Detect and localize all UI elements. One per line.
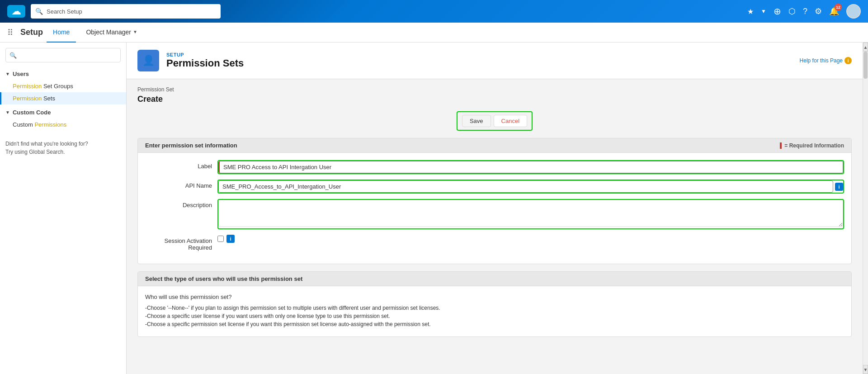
favorites-dropdown-icon[interactable]: ▼ xyxy=(761,8,766,14)
sidebar: 🔍 permission ▼ Users Permission Set Grou… xyxy=(0,43,127,374)
required-legend: = Required Information xyxy=(780,142,844,149)
form-buttons-group: Save Cancel xyxy=(457,111,533,131)
required-bar-icon xyxy=(780,142,782,149)
sidebar-item-permission-sets[interactable]: Permission Sets xyxy=(0,92,126,104)
session-info-icon[interactable]: i xyxy=(226,235,235,243)
section2-header: Select the type of users who will use th… xyxy=(138,272,851,286)
scroll-up-arrow[interactable]: ▲ xyxy=(863,43,868,52)
form-body: Label API Name i xyxy=(138,153,851,264)
help-link-text: Help for this Page xyxy=(800,57,843,64)
avatar-image xyxy=(847,4,860,19)
session-field-label: Session Activation Required xyxy=(145,235,217,251)
sidebar-section-users-header[interactable]: ▼ Users xyxy=(0,68,126,80)
description-field-label: Description xyxy=(145,199,217,208)
list-item: -Choose '--None--' if you plan to assign… xyxy=(145,305,844,311)
label-field-label: Label xyxy=(145,160,217,170)
list-item: -Choose a specific user license if you w… xyxy=(145,313,844,319)
sidebar-search-icon: 🔍 xyxy=(9,52,17,59)
sidebar-section-custom-code: ▼ Custom Code Custom Permissions xyxy=(0,106,126,131)
session-checkbox-row: i xyxy=(217,235,844,243)
setup-label: SETUP xyxy=(166,52,244,57)
chevron-down-icon: ▼ xyxy=(5,110,10,115)
help-link[interactable]: Help for this Page i xyxy=(800,57,852,64)
sidebar-section-users: ▼ Users Permission Set Groups Permission… xyxy=(0,68,126,104)
page-title: Permission Sets xyxy=(166,57,244,69)
form-wrapper: Permission Set Create Save Cancel Enter … xyxy=(127,79,863,351)
notification-badge: 12 xyxy=(835,4,842,11)
session-field-wrapper: i xyxy=(217,235,844,243)
chevron-down-icon: ▼ xyxy=(5,71,10,76)
salesforce-logo[interactable]: ☁ xyxy=(7,5,25,18)
setup-title: Setup xyxy=(20,28,43,37)
page-icon: 👤 xyxy=(137,50,159,71)
sidebar-search[interactable]: 🔍 permission xyxy=(5,48,121,62)
sidebar-search-input[interactable]: permission xyxy=(19,52,117,59)
section-title: Create xyxy=(137,95,852,104)
search-icon: 🔍 xyxy=(35,8,43,15)
second-navigation: ⠿ Setup Home Object Manager ▼ xyxy=(0,23,868,43)
breadcrumb: Permission Set xyxy=(137,86,852,93)
sidebar-item-custom-permissions[interactable]: Custom Permissions xyxy=(0,118,126,131)
cloud-icon: ☁ xyxy=(11,5,21,17)
form-section-title: Enter permission set information xyxy=(145,142,237,149)
form-row-session: Session Activation Required i xyxy=(145,235,844,251)
label-input[interactable] xyxy=(218,161,843,173)
form-row-label: Label xyxy=(145,160,844,174)
form-row-description: Description xyxy=(145,199,844,229)
save-button[interactable]: Save xyxy=(462,115,491,127)
notifications-icon[interactable]: 🔔 12 xyxy=(829,6,839,16)
scrollbar-thumb[interactable] xyxy=(863,52,868,79)
sidebar-not-found-text: Didn't find what you're looking for? Try… xyxy=(0,133,126,163)
sidebar-section-label: Custom Code xyxy=(13,109,51,116)
tab-home[interactable]: Home xyxy=(47,23,76,43)
page-header: 👤 SETUP Permission Sets Help for this Pa… xyxy=(127,43,863,79)
top-navigation: ☁ 🔍 ★ ▼ ⊕ ⬡ ? ⚙ 🔔 12 xyxy=(0,0,868,23)
main-layout: 🔍 permission ▼ Users Permission Set Grou… xyxy=(0,43,868,374)
favorites-icon[interactable]: ★ xyxy=(747,7,754,16)
global-search-bar[interactable]: 🔍 xyxy=(31,4,221,19)
section2-body: Who will use this permission set? -Choos… xyxy=(138,286,851,336)
nav-right-icons: ★ ▼ ⊕ ⬡ ? ⚙ 🔔 12 xyxy=(747,4,861,19)
sidebar-item-label: Permission Sets xyxy=(13,95,55,102)
label-field-wrapper xyxy=(217,160,844,174)
form-section-info: Enter permission set information = Requi… xyxy=(137,138,852,264)
settings-icon[interactable]: ⚙ xyxy=(815,6,822,16)
list-item: -Choose a specific permission set licens… xyxy=(145,321,844,327)
chevron-down-icon: ▼ xyxy=(133,29,137,34)
cancel-button[interactable]: Cancel xyxy=(494,115,527,127)
tab-object-manager[interactable]: Object Manager ▼ xyxy=(80,23,144,43)
section2-question: Who will use this permission set? xyxy=(145,294,844,300)
app-grid-icon[interactable]: ⠿ xyxy=(7,28,13,38)
help-icon[interactable]: ? xyxy=(803,7,807,16)
person-icon: 👤 xyxy=(142,55,155,66)
search-input[interactable] xyxy=(47,8,216,15)
api-name-field-label: API Name xyxy=(145,180,217,189)
sidebar-item-permission-set-groups[interactable]: Permission Set Groups xyxy=(0,80,126,92)
api-name-input[interactable] xyxy=(218,180,833,193)
page-header-text: SETUP Permission Sets xyxy=(166,52,244,69)
scrollbar-track[interactable] xyxy=(863,52,868,365)
sidebar-item-label: Permission Set Groups xyxy=(13,83,73,90)
form-section-header: Enter permission set information = Requi… xyxy=(138,138,851,153)
add-icon[interactable]: ⊕ xyxy=(774,6,781,17)
sidebar-item-label: Custom Permissions xyxy=(13,121,66,128)
avatar[interactable] xyxy=(846,4,861,19)
api-name-info-icon[interactable]: i xyxy=(835,183,843,191)
form-section-user-type: Select the type of users who will use th… xyxy=(137,271,852,337)
description-field-wrapper xyxy=(217,199,844,229)
description-textarea[interactable] xyxy=(218,200,843,227)
right-scrollbar[interactable]: ▲ ▼ xyxy=(863,43,868,374)
api-name-field-wrapper: i xyxy=(217,180,844,194)
setup-icon[interactable]: ⬡ xyxy=(788,6,796,16)
sidebar-section-label: Users xyxy=(13,71,29,77)
session-checkbox[interactable] xyxy=(217,236,224,242)
content-area: 👤 SETUP Permission Sets Help for this Pa… xyxy=(127,43,863,374)
help-circle-icon: i xyxy=(844,57,852,64)
scroll-down-arrow[interactable]: ▼ xyxy=(863,365,868,374)
form-row-api-name: API Name i xyxy=(145,180,844,194)
section2-bullets: -Choose '--None--' if you plan to assign… xyxy=(145,305,844,327)
required-text: = Required Information xyxy=(784,142,844,149)
sidebar-section-custom-code-header[interactable]: ▼ Custom Code xyxy=(0,106,126,118)
